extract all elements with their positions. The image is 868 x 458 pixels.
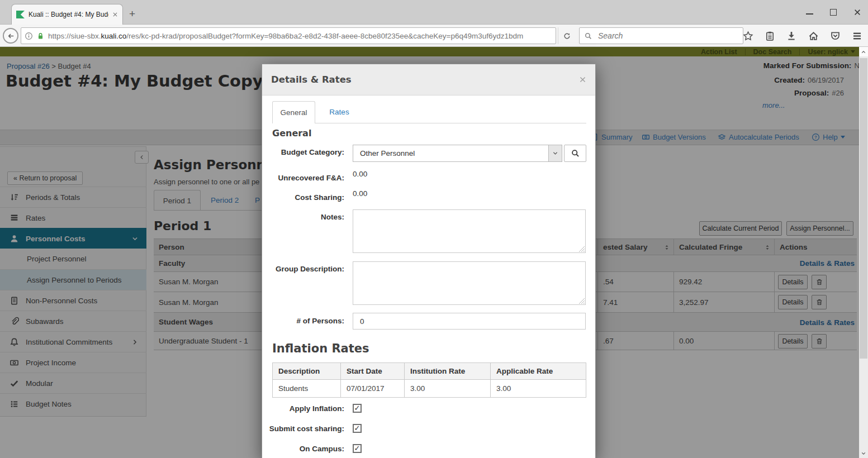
- on-campus-row: On Campus: ✓: [262, 444, 595, 454]
- scroll-down-icon[interactable]: [859, 449, 868, 458]
- screen: Kuali :: Budget #4: My Budg + https://si…: [0, 0, 868, 458]
- lock-icon[interactable]: [36, 32, 45, 40]
- inflation-table-header: Description Start Date Institution Rate …: [273, 363, 586, 379]
- cell-institution-rate: 3.00: [405, 379, 491, 397]
- col-description: Description: [273, 363, 341, 379]
- group-description-label: Group Description:: [262, 265, 344, 273]
- scroll-up-icon[interactable]: [859, 47, 868, 56]
- modal-tabs-divider: [272, 123, 586, 123]
- tab-title: Kuali :: Budget #4: My Budg: [29, 11, 108, 18]
- home-icon[interactable]: [807, 31, 820, 41]
- search-icon: [584, 32, 592, 40]
- budget-category-select[interactable]: Other Personnel: [353, 145, 562, 162]
- col-start-date: Start Date: [341, 363, 405, 379]
- budget-category-lookup-button[interactable]: [564, 145, 586, 162]
- unrecovered-fa-value: 0.00: [353, 170, 367, 178]
- new-tab-button[interactable]: +: [129, 7, 135, 21]
- general-section-heading: General: [272, 128, 311, 139]
- pocket-icon[interactable]: [828, 31, 842, 41]
- cell-description: Students: [273, 379, 341, 397]
- reload-button[interactable]: [558, 27, 576, 44]
- budget-category-label: Budget Category:: [262, 148, 344, 156]
- modal-title: Details & Rates: [271, 74, 579, 85]
- modal-tab-rates[interactable]: Rates: [322, 101, 357, 123]
- inflation-table-row: Students 07/01/2017 3.00 3.00: [273, 379, 586, 397]
- num-persons-input[interactable]: [353, 313, 586, 330]
- window-close-button[interactable]: [853, 8, 861, 16]
- bookmarks-clipboard-icon[interactable]: [763, 31, 776, 41]
- submit-cost-sharing-row: Submit cost sharing: ✓: [262, 424, 595, 434]
- inflation-rates-heading: Inflation Rates: [272, 342, 369, 355]
- num-persons-label: # of Persons:: [262, 317, 344, 325]
- chevron-down-icon[interactable]: [548, 145, 562, 161]
- on-campus-label: On Campus:: [262, 445, 344, 453]
- search-bar[interactable]: [579, 27, 743, 44]
- close-icon[interactable]: [579, 76, 586, 83]
- browser-tab[interactable]: Kuali :: Budget #4: My Budg: [11, 4, 123, 25]
- site-info-icon[interactable]: [25, 32, 33, 40]
- bookmark-star-icon[interactable]: [741, 31, 755, 41]
- inflation-rates-table: Description Start Date Institution Rate …: [272, 362, 586, 398]
- unrecovered-fa-label: Unrecovered F&A:: [262, 174, 344, 182]
- group-description-textarea[interactable]: [353, 261, 586, 305]
- search-input[interactable]: [597, 31, 738, 41]
- submit-cost-sharing-checkbox[interactable]: ✓: [353, 424, 362, 433]
- apply-inflation-checkbox[interactable]: ✓: [353, 404, 362, 413]
- notes-textarea[interactable]: [353, 209, 586, 253]
- cell-applicable-rate: 3.00: [491, 379, 586, 397]
- col-applicable-rate: Applicable Rate: [491, 363, 586, 379]
- submit-cost-sharing-label: Submit cost sharing:: [262, 424, 344, 433]
- notes-label: Notes:: [262, 213, 344, 221]
- downloads-icon[interactable]: [785, 31, 798, 41]
- cell-start-date: 07/01/2017: [341, 379, 405, 397]
- url-bar[interactable]: https://siue-sbx.kuali.co/res/kc-pd-krad…: [21, 27, 556, 44]
- modal-header: Details & Rates: [262, 64, 595, 96]
- scrollbar-thumb[interactable]: [860, 58, 867, 359]
- modal-tab-general[interactable]: General: [272, 101, 315, 123]
- back-button[interactable]: [3, 28, 18, 44]
- details-rates-modal: Details & Rates General Rates General Bu…: [262, 64, 596, 458]
- col-institution-rate: Institution Rate: [405, 363, 491, 379]
- menu-hamburger-icon[interactable]: [850, 31, 864, 41]
- cost-sharing-label: Cost Sharing:: [262, 193, 344, 202]
- cost-sharing-value: 0.00: [353, 189, 367, 198]
- url-text: https://siue-sbx.kuali.co/res/kc-pd-krad…: [48, 32, 523, 40]
- page-scrollbar[interactable]: [859, 47, 868, 458]
- window-minimize-button[interactable]: [806, 10, 813, 15]
- resize-grip-icon[interactable]: [579, 298, 585, 304]
- kuali-favicon-icon: [16, 11, 25, 18]
- window-maximize-button[interactable]: [830, 9, 837, 16]
- apply-inflation-label: Apply Inflation:: [262, 404, 344, 413]
- tab-close-icon[interactable]: [112, 12, 118, 17]
- resize-grip-icon[interactable]: [579, 246, 585, 252]
- on-campus-checkbox[interactable]: ✓: [353, 444, 362, 453]
- apply-inflation-row: Apply Inflation: ✓: [262, 404, 595, 414]
- browser-titlebar: Kuali :: Budget #4: My Budg +: [0, 0, 868, 25]
